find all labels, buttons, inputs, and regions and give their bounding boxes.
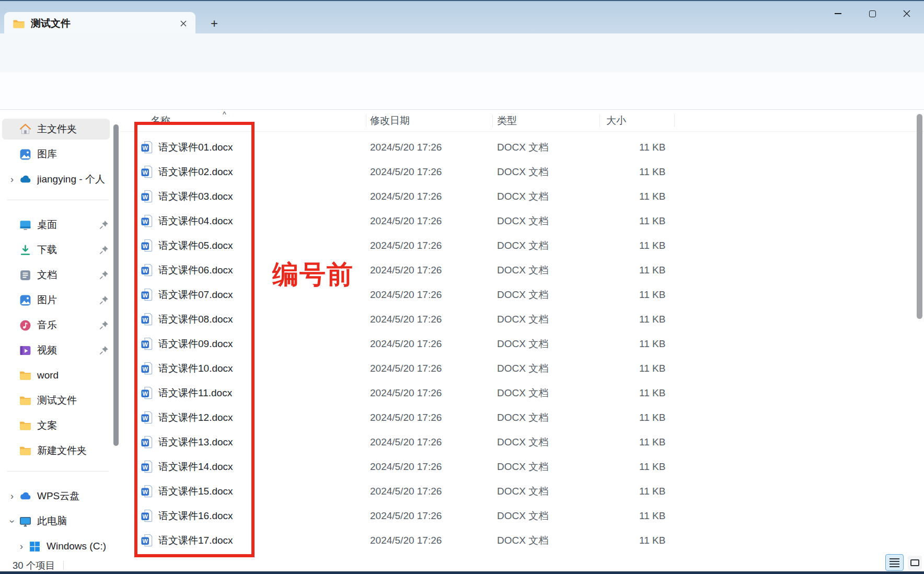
file-modified-date: 2024/5/20 17:26 bbox=[370, 191, 442, 202]
sidebar-item-label: 文案 bbox=[37, 419, 110, 432]
file-type: DOCX 文档 bbox=[497, 509, 548, 523]
file-modified-date: 2024/5/20 17:26 bbox=[370, 363, 442, 374]
expand-chevron-icon[interactable]: › bbox=[15, 541, 28, 552]
file-type: DOCX 文档 bbox=[497, 313, 548, 326]
column-separator[interactable] bbox=[599, 114, 600, 127]
expand-chevron-icon[interactable]: › bbox=[7, 514, 18, 528]
sidebar-item-onedrive-personal[interactable]: › bbox=[2, 169, 110, 190]
details-view-toggle[interactable] bbox=[885, 554, 904, 571]
folder-icon bbox=[19, 444, 32, 457]
file-modified-date: 2024/5/20 17:26 bbox=[370, 289, 442, 301]
file-size: 11 KB bbox=[639, 265, 665, 276]
sidebar-item-gallery[interactable]: › bbox=[2, 144, 110, 165]
sidebar-item-label: WPS云盘 bbox=[37, 489, 110, 503]
sidebar-item-documents[interactable]: › bbox=[2, 265, 110, 285]
pin-icon bbox=[98, 244, 110, 256]
sidebar-item-wps-cloud[interactable]: › bbox=[2, 486, 110, 507]
tab-close-button[interactable] bbox=[176, 16, 191, 31]
column-separator[interactable] bbox=[366, 114, 366, 127]
sidebar-scrollbar-thumb[interactable] bbox=[113, 124, 119, 446]
sidebar-item-videos[interactable]: › bbox=[2, 340, 110, 361]
column-separator[interactable] bbox=[674, 114, 675, 127]
sidebar-item-label: jiangying - 个人 bbox=[37, 173, 110, 186]
sidebar-item-music[interactable]: › bbox=[2, 315, 110, 336]
file-size: 11 KB bbox=[639, 289, 665, 301]
column-header-type[interactable]: 类型 bbox=[497, 110, 517, 132]
sidebar-item-label: 视频 bbox=[37, 343, 98, 357]
column-header-modified[interactable]: 修改日期 bbox=[370, 110, 410, 132]
expand-chevron-icon[interactable]: › bbox=[5, 174, 19, 185]
column-header-size[interactable]: 大小 bbox=[606, 110, 626, 132]
sidebar-item-this-pc[interactable]: › bbox=[2, 511, 110, 532]
sidebar-item-pictures[interactable]: › bbox=[2, 290, 110, 311]
status-bar: 30 个项目 bbox=[0, 559, 924, 571]
file-modified-date: 2024/5/20 17:26 bbox=[370, 535, 442, 546]
folder-icon bbox=[19, 419, 32, 432]
sidebar-item-label: 桌面 bbox=[37, 218, 98, 232]
close-window-button[interactable] bbox=[890, 2, 924, 25]
file-size: 11 KB bbox=[639, 191, 665, 202]
file-size: 11 KB bbox=[639, 363, 665, 374]
file-type: DOCX 文档 bbox=[497, 337, 548, 351]
tab-title: 测试文件 bbox=[31, 17, 170, 30]
sidebar-item-downloads[interactable]: › bbox=[2, 239, 110, 260]
file-type: DOCX 文档 bbox=[497, 386, 548, 400]
sidebar-item-word[interactable]: › bbox=[2, 365, 110, 386]
home-icon bbox=[19, 123, 32, 136]
file-type: DOCX 文档 bbox=[497, 214, 548, 228]
file-modified-date: 2024/5/20 17:26 bbox=[370, 240, 442, 251]
new-tab-button[interactable]: + bbox=[206, 15, 223, 32]
sidebar-item-wenan[interactable]: › bbox=[2, 415, 110, 436]
pictures-icon bbox=[19, 294, 32, 307]
desktop-icon bbox=[19, 219, 32, 232]
file-size: 11 KB bbox=[639, 240, 665, 251]
folder-icon bbox=[13, 18, 25, 29]
item-count-label: 30 个项目 bbox=[13, 559, 55, 572]
file-size: 11 KB bbox=[639, 486, 665, 497]
file-size: 11 KB bbox=[639, 215, 665, 227]
pin-icon bbox=[98, 319, 110, 331]
minimize-button[interactable] bbox=[821, 2, 855, 25]
file-type: DOCX 文档 bbox=[497, 239, 548, 252]
file-modified-date: 2024/5/20 17:26 bbox=[370, 387, 442, 399]
file-modified-date: 2024/5/20 17:26 bbox=[370, 437, 442, 448]
maximize-button[interactable] bbox=[855, 2, 890, 25]
wps-cloud-icon bbox=[19, 490, 32, 503]
sidebar-item-label: 图片 bbox=[37, 293, 98, 307]
icons-view-toggle[interactable] bbox=[908, 556, 922, 570]
file-modified-date: 2024/5/20 17:26 bbox=[370, 338, 442, 350]
column-separator[interactable] bbox=[492, 114, 493, 127]
annotation-label: 编号前 bbox=[272, 257, 354, 292]
sidebar-item-windows-c[interactable]: › bbox=[2, 536, 110, 557]
expand-chevron-icon[interactable]: › bbox=[5, 491, 19, 502]
file-modified-date: 2024/5/20 17:26 bbox=[370, 510, 442, 522]
file-size: 11 KB bbox=[639, 510, 665, 522]
file-type: DOCX 文档 bbox=[497, 263, 548, 277]
file-list-scrollbar[interactable] bbox=[917, 112, 922, 556]
sidebar-item-home[interactable]: › bbox=[2, 119, 110, 140]
sidebar-item-test-files[interactable]: › bbox=[2, 390, 110, 411]
window-controls bbox=[821, 2, 924, 25]
sidebar-item-new-folder[interactable]: › bbox=[2, 440, 110, 461]
sidebar-item-desktop[interactable]: › bbox=[2, 214, 110, 235]
downloads-icon bbox=[19, 244, 32, 257]
sort-ascending-indicator: ^ bbox=[223, 110, 226, 119]
file-size: 11 KB bbox=[639, 166, 665, 178]
sidebar-item-label: Windows (C:) bbox=[47, 541, 110, 552]
gallery-icon bbox=[19, 148, 32, 161]
sidebar-item-label: 主文件夹 bbox=[37, 122, 110, 136]
folder-icon bbox=[19, 369, 32, 382]
explorer-tab[interactable]: 测试文件 bbox=[4, 12, 195, 35]
close-icon bbox=[180, 20, 187, 27]
sidebar-item-label: 音乐 bbox=[37, 318, 98, 332]
pin-icon bbox=[98, 345, 110, 356]
scrollbar-thumb[interactable] bbox=[917, 114, 922, 319]
file-modified-date: 2024/5/20 17:26 bbox=[370, 461, 442, 473]
file-type: DOCX 文档 bbox=[497, 411, 548, 424]
file-size: 11 KB bbox=[639, 314, 665, 325]
file-size: 11 KB bbox=[639, 412, 665, 423]
toolbar: 新建 排序 查看 bbox=[0, 72, 924, 110]
navigation-bar: ← → ↑ › 测试文件 bbox=[0, 33, 924, 72]
pin-icon bbox=[98, 269, 110, 281]
file-type: DOCX 文档 bbox=[497, 362, 548, 375]
